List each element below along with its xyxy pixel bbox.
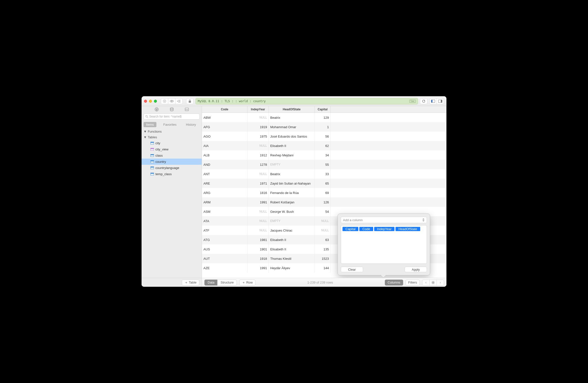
table-cell[interactable]: 1981 [247,235,269,244]
table-cell[interactable]: ANT [202,169,247,179]
table-cell[interactable]: EMPTY [269,216,315,226]
table-cell[interactable]: 33 [315,169,331,179]
columns-token-well[interactable]: CapitalCodeIndepYearHeadOfState [341,225,427,264]
window-zoom-button[interactable] [154,100,157,103]
table-cell[interactable]: 62 [315,141,331,150]
table-cell[interactable]: AGO [202,132,247,141]
sidebar-left-icon[interactable] [429,98,437,104]
table-cell[interactable]: 69 [315,188,331,197]
table-cell[interactable]: 1816 [247,188,269,197]
table-row[interactable]: AFG1919Mohammad Omar1 [202,122,446,132]
table-cell[interactable]: ATA [202,216,247,226]
table-cell[interactable]: ASM [202,207,247,216]
table-cell[interactable]: 1901 [247,244,269,254]
segment-data[interactable]: Data [204,280,218,286]
table-cell[interactable]: NULL [247,216,269,226]
sidebar-item-city_view[interactable]: city_view [142,146,202,152]
indent-icon[interactable] [175,98,183,104]
table-cell[interactable]: Elisabeth II [269,235,315,244]
tree-section-functions[interactable]: ▼ Functions [142,129,202,134]
window-minimize-button[interactable] [149,100,152,103]
column-header-headofstate[interactable]: HeadOfState [269,106,315,113]
table-row[interactable]: ARM1991Robert Kotšarjan126 [202,197,446,207]
table-cell[interactable]: Mohammad Omar [269,122,315,132]
table-cell[interactable]: Elisabeth II [269,141,315,150]
column-header-code[interactable]: Code [202,106,247,113]
connection-path-bar[interactable]: MySQL 8.0.11 : TLS : : world : country l… [196,98,418,104]
plug-icon[interactable] [154,107,159,112]
table-cell[interactable]: 55 [315,160,331,169]
table-cell[interactable]: AZE [202,263,247,273]
table-cell[interactable]: ABW [202,113,247,122]
sidebar-tab-history[interactable]: History [183,122,198,127]
table-cell[interactable]: AUS [202,244,247,254]
table-cell[interactable]: 54 [315,207,331,216]
table-cell[interactable]: Beatrix [269,113,315,122]
table-cell[interactable]: 135 [315,244,331,254]
table-cell[interactable]: NULL [247,113,269,122]
column-token[interactable]: Capital [343,227,358,231]
cancel-icon[interactable] [161,98,168,104]
sidebar-item-class[interactable]: class [142,152,202,159]
table-cell[interactable]: 1919 [247,122,269,132]
apply-button[interactable]: Apply [405,267,427,272]
column-token[interactable]: IndepYear [374,227,395,231]
sidebar-item-city[interactable]: city [142,140,202,146]
table-cell[interactable]: Robert Kotšarjan [269,197,315,207]
table-cell[interactable]: Jacques Chirac [269,226,315,235]
filters-button[interactable]: Filters [406,280,420,286]
table-cell[interactable]: NULL [315,226,331,235]
lock-icon[interactable] [186,98,194,104]
table-row[interactable]: ALB1912Rexhep Mejdani34 [202,150,446,160]
table-cell[interactable]: 126 [315,197,331,207]
table-cell[interactable]: José Eduardo dos Santos [269,132,315,141]
table-cell[interactable]: AIA [202,141,247,150]
add-table-button[interactable]: ＋ Table [182,280,199,286]
table-cell[interactable]: Beatrix [269,169,315,179]
table-cell[interactable]: ATF [202,226,247,235]
column-header-capital[interactable]: Capital [315,106,331,113]
sidebar-item-countrylanguage[interactable]: countrylanguage [142,165,202,171]
table-row[interactable]: ABWNULLBeatrix129 [202,113,446,122]
table-cell[interactable]: 1991 [247,197,269,207]
table-cell[interactable]: 1991 [247,263,269,273]
segment-structure[interactable]: Structure [217,280,237,286]
sidebar-search-input[interactable]: Search for item: ^name$ [144,114,200,120]
table-cell[interactable]: EMPTY [269,160,315,169]
table-cell[interactable]: ARE [202,179,247,188]
eye-icon[interactable] [168,98,175,104]
table-row[interactable]: AGO1975José Eduardo dos Santos56 [202,132,446,141]
table-cell[interactable]: ARM [202,197,247,207]
table-cell[interactable]: 1975 [247,132,269,141]
sidebar-tab-items[interactable]: Items [144,122,156,127]
table-cell[interactable]: AFG [202,122,247,132]
sidebar-item-temp_class[interactable]: temp_class [142,171,202,177]
table-row[interactable]: AND1278EMPTY55 [202,160,446,169]
table-cell[interactable]: Thomas Klestil [269,254,315,263]
table-cell[interactable]: 1278 [247,160,269,169]
window-close-button[interactable] [144,100,147,103]
table-cell[interactable]: AND [202,160,247,169]
table-cell[interactable]: 34 [315,150,331,160]
table-row[interactable]: ANTNULLBeatrix33 [202,169,446,179]
table-cell[interactable]: ARG [202,188,247,197]
sql-icon[interactable]: SQL [185,107,189,112]
table-cell[interactable]: 129 [315,113,331,122]
page-prev-button[interactable]: ‹ [422,280,430,286]
table-cell[interactable]: ALB [202,150,247,160]
columns-button[interactable]: Columns [385,280,403,286]
table-row[interactable]: ARE1971Zayid bin Sultan al-Nahayan65 [202,179,446,188]
table-cell[interactable]: Rexhep Mejdani [269,150,315,160]
add-row-button[interactable]: ＋ Row [239,280,255,286]
table-cell[interactable]: NULL [247,226,269,235]
table-cell[interactable]: 144 [315,263,331,273]
column-header-indepyear[interactable]: IndepYear [247,106,269,113]
page-next-button[interactable]: › [437,280,444,286]
table-cell[interactable]: AUT [202,254,247,263]
clear-button[interactable]: Clear [341,267,363,272]
table-cell[interactable]: 1 [315,122,331,132]
database-icon[interactable] [170,107,174,112]
sidebar-tab-favorites[interactable]: Favorites [161,122,179,127]
table-cell[interactable]: Elisabeth II [269,244,315,254]
table-cell[interactable]: Heydär Äliyev [269,263,315,273]
